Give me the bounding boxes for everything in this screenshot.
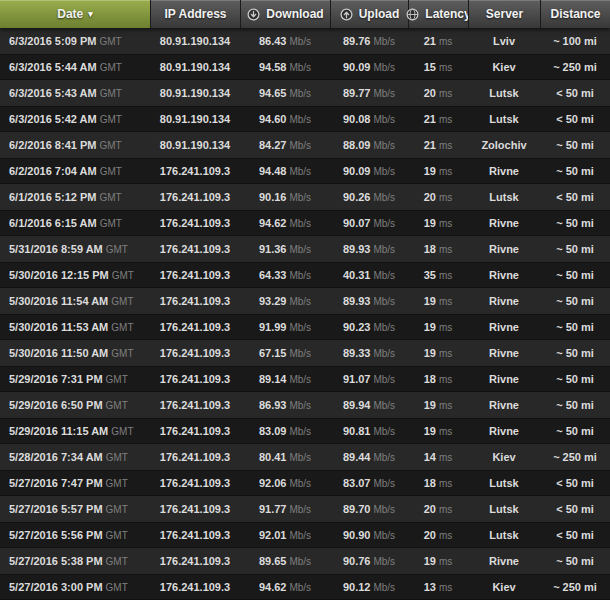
table-row: 5/29/2016 6:50 PMGMT176.241.109.386.93Mb…	[0, 392, 610, 418]
cell-latency: 19ms	[408, 425, 468, 437]
date-value: 5/31/2016 8:59 AM	[9, 243, 103, 255]
distance-value: < 50 mi	[556, 113, 594, 125]
cell-server: Lutsk	[468, 503, 540, 515]
latency-value: 18	[424, 373, 436, 385]
download-unit: Mb/s	[289, 140, 311, 151]
cell-distance: ~ 50 mi	[540, 217, 610, 229]
date-value: 5/30/2016 11:50 AM	[9, 347, 108, 359]
date-unit: GMT	[100, 218, 122, 229]
cell-download: 94.48Mb/s	[240, 165, 330, 177]
cell-ip: 176.241.109.3	[150, 243, 240, 255]
date-unit: GMT	[106, 400, 128, 411]
column-header-date[interactable]: Date ▾	[0, 0, 150, 28]
column-header-upload[interactable]: Upload	[330, 0, 408, 28]
cell-distance: ~ 250 mi	[540, 581, 610, 593]
cell-latency: 15ms	[408, 61, 468, 73]
distance-value: ~ 50 mi	[556, 243, 594, 255]
cell-server: Rivne	[468, 321, 540, 333]
column-header-download[interactable]: Download	[240, 0, 330, 28]
table-row: 5/27/2016 5:56 PMGMT176.241.109.392.01Mb…	[0, 522, 610, 548]
cell-server: Zolochiv	[468, 139, 540, 151]
upload-value: 89.77	[343, 87, 371, 99]
cell-date: 5/30/2016 11:50 AMGMT	[0, 347, 150, 359]
latency-value: 14	[424, 451, 436, 463]
table-row: 5/27/2016 7:47 PMGMT176.241.109.392.06Mb…	[0, 470, 610, 496]
latency-unit: ms	[439, 556, 452, 567]
latency-unit: ms	[439, 36, 452, 47]
download-value: 90.16	[259, 191, 287, 203]
upload-unit: Mb/s	[373, 582, 395, 593]
upload-value: 90.81	[343, 425, 371, 437]
server-value: Lutsk	[489, 113, 518, 125]
cell-server: Rivne	[468, 295, 540, 307]
cell-date: 5/29/2016 11:15 AMGMT	[0, 425, 150, 437]
ip-value: 176.241.109.3	[160, 269, 230, 281]
column-header-distance[interactable]: Distance	[540, 0, 610, 28]
download-value: 89.14	[259, 373, 287, 385]
cell-server: Kiev	[468, 61, 540, 73]
column-header-server-label: Server	[486, 7, 523, 21]
cell-ip: 176.241.109.3	[150, 451, 240, 463]
table-row: 5/30/2016 11:54 AMGMT176.241.109.393.29M…	[0, 288, 610, 314]
cell-download: 90.16Mb/s	[240, 191, 330, 203]
server-value: Rivne	[489, 347, 519, 359]
download-unit: Mb/s	[289, 556, 311, 567]
cell-ip: 176.241.109.3	[150, 165, 240, 177]
cell-ip: 80.91.190.134	[150, 139, 240, 151]
table-row: 5/29/2016 7:31 PMGMT176.241.109.389.14Mb…	[0, 366, 610, 392]
download-value: 93.29	[259, 295, 287, 307]
cell-latency: 19ms	[408, 321, 468, 333]
upload-unit: Mb/s	[373, 322, 395, 333]
cell-distance: < 50 mi	[540, 477, 610, 489]
download-unit: Mb/s	[289, 478, 311, 489]
cell-ip: 176.241.109.3	[150, 581, 240, 593]
date-value: 6/3/2016 5:43 AM	[9, 87, 97, 99]
cell-latency: 21ms	[408, 35, 468, 47]
latency-unit: ms	[439, 452, 452, 463]
latency-value: 21	[424, 113, 436, 125]
table-row: 5/27/2016 5:38 PMGMT176.241.109.389.65Mb…	[0, 548, 610, 574]
column-header-latency-label: Latency	[425, 7, 470, 21]
cell-distance: < 50 mi	[540, 113, 610, 125]
distance-value: < 50 mi	[556, 87, 594, 99]
ip-value: 176.241.109.3	[160, 425, 230, 437]
download-unit: Mb/s	[289, 582, 311, 593]
cell-latency: 19ms	[408, 555, 468, 567]
cell-upload: 90.76Mb/s	[330, 555, 408, 567]
download-value: 91.99	[259, 321, 287, 333]
distance-value: < 50 mi	[556, 529, 594, 541]
cell-latency: 19ms	[408, 295, 468, 307]
cell-date: 5/28/2016 7:34 AMGMT	[0, 451, 150, 463]
column-header-ip-address[interactable]: IP Address	[150, 0, 240, 28]
distance-value: < 50 mi	[556, 191, 594, 203]
cell-upload: 89.77Mb/s	[330, 87, 408, 99]
cell-download: 91.77Mb/s	[240, 503, 330, 515]
upload-unit: Mb/s	[373, 62, 395, 73]
upload-unit: Mb/s	[373, 426, 395, 437]
upload-unit: Mb/s	[373, 140, 395, 151]
upload-unit: Mb/s	[373, 36, 395, 47]
cell-distance: ~ 50 mi	[540, 295, 610, 307]
cell-distance: < 50 mi	[540, 503, 610, 515]
date-unit: GMT	[106, 244, 128, 255]
download-unit: Mb/s	[289, 192, 311, 203]
cell-date: 5/29/2016 6:50 PMGMT	[0, 399, 150, 411]
cell-date: 5/27/2016 5:38 PMGMT	[0, 555, 150, 567]
date-value: 5/28/2016 7:34 AM	[9, 451, 103, 463]
date-unit: GMT	[111, 322, 133, 333]
date-value: 6/1/2016 6:15 AM	[9, 217, 97, 229]
cell-date: 6/3/2016 5:42 AMGMT	[0, 113, 150, 125]
cell-server: Lutsk	[468, 87, 540, 99]
download-value: 64.33	[259, 269, 287, 281]
cell-latency: 20ms	[408, 87, 468, 99]
upload-unit: Mb/s	[373, 114, 395, 125]
cell-latency: 35ms	[408, 269, 468, 281]
date-unit: GMT	[106, 504, 128, 515]
cell-ip: 176.241.109.3	[150, 295, 240, 307]
ip-value: 80.91.190.134	[160, 87, 230, 99]
column-header-latency[interactable]: Latency	[408, 0, 468, 28]
ip-value: 176.241.109.3	[160, 217, 230, 229]
column-header-server[interactable]: Server	[468, 0, 540, 28]
ip-value: 176.241.109.3	[160, 451, 230, 463]
download-value: 86.93	[259, 399, 287, 411]
